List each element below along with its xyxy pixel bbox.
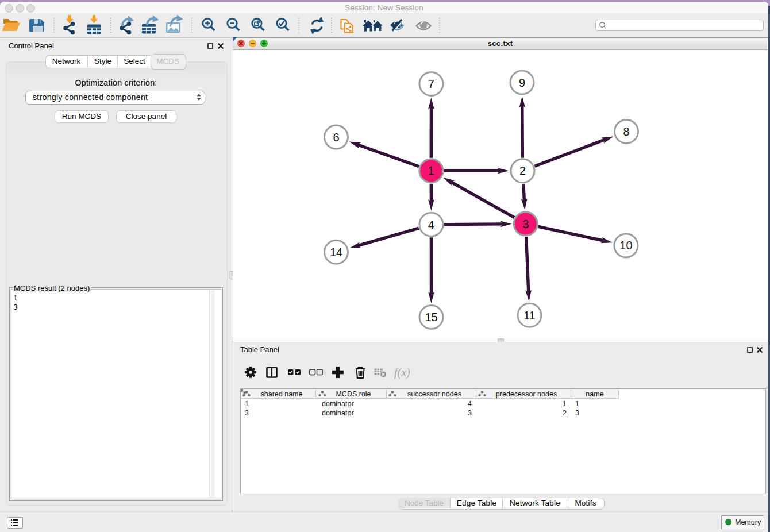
- svg-text:4: 4: [428, 218, 434, 231]
- svg-text:14: 14: [330, 246, 342, 259]
- svg-text:1: 1: [428, 164, 434, 177]
- svg-text:MCDS role: MCDS role: [336, 390, 371, 398]
- svg-text:6: 6: [333, 131, 339, 144]
- svg-text:11: 11: [523, 309, 536, 322]
- svg-text:name: name: [586, 390, 603, 398]
- svg-text:f(x): f(x): [394, 366, 410, 379]
- svg-text:7: 7: [428, 78, 434, 90]
- svg-text:9: 9: [519, 76, 525, 89]
- svg-text:8: 8: [623, 125, 629, 138]
- svg-text:successor nodes: successor nodes: [407, 390, 461, 398]
- svg-text:3: 3: [522, 218, 529, 230]
- svg-text:predecessor nodes: predecessor nodes: [496, 390, 557, 398]
- svg-text:15: 15: [425, 311, 437, 323]
- svg-text:10: 10: [619, 239, 632, 252]
- svg-text:2: 2: [519, 164, 526, 177]
- svg-text:shared name: shared name: [261, 390, 303, 398]
